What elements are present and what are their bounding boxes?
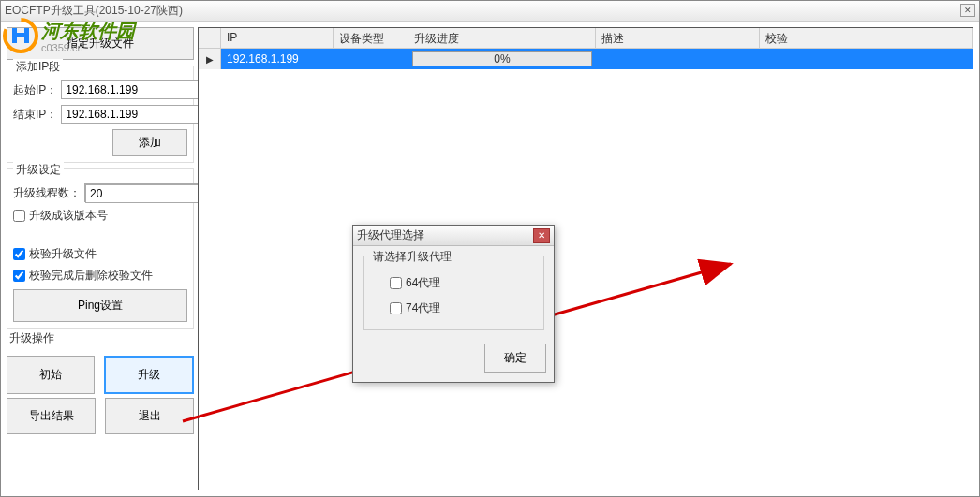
dialog-title: 升级代理选择 (357, 227, 424, 243)
progress-value: 0% (494, 52, 510, 66)
col-header-check[interactable]: 校验 (760, 28, 973, 48)
exit-button[interactable]: 退出 (105, 398, 194, 434)
operation-title: 升级操作 (7, 330, 57, 346)
start-ip-label: 起始IP： (13, 82, 57, 98)
window-close-button[interactable]: ✕ (960, 4, 975, 17)
version-checkbox-label: 升级成该版本号 (29, 208, 108, 224)
init-button[interactable]: 初始 (7, 356, 95, 394)
cell-check (760, 49, 973, 69)
table-row[interactable]: ▶ 192.168.1.199 0% (199, 49, 973, 69)
cell-progress: 0% (408, 49, 596, 69)
upgrade-button[interactable]: 升级 (104, 356, 194, 394)
version-checkbox[interactable] (13, 210, 25, 222)
cell-type (334, 49, 408, 69)
dialog-close-button[interactable]: ✕ (533, 228, 550, 243)
col-header-type[interactable]: 设备类型 (334, 28, 408, 48)
add-ip-button[interactable]: 添加 (112, 129, 187, 156)
settings-fieldset: 升级设定 升级线程数： ▲ ▼ 升级 (7, 168, 194, 329)
operation-fieldset: 升级操作 初始 升级 导出结果 退出 (7, 334, 194, 438)
left-panel: 指定升级文件 添加IP段 起始IP： 结束IP： 添加 (7, 27, 194, 490)
col-header-desc[interactable]: 描述 (596, 28, 760, 48)
proxy-64-label: 64代理 (406, 275, 440, 291)
delete-after-verify-label: 校验完成后删除校验文件 (29, 268, 153, 284)
dialog-group: 请选择升级代理 64代理 74代理 (363, 256, 544, 330)
select-upgrade-file-button[interactable]: 指定升级文件 (7, 27, 194, 60)
proxy-64-checkbox[interactable] (390, 277, 402, 289)
titlebar: EOCFTP升级工具(2015-10-27陕西) ✕ (1, 1, 979, 22)
dialog-titlebar[interactable]: 升级代理选择 ✕ (353, 226, 554, 246)
dialog-ok-button[interactable]: 确定 (484, 344, 546, 373)
col-header-ip[interactable]: IP (221, 28, 334, 48)
verify-checkbox[interactable] (13, 248, 25, 260)
window-title: EOCFTP升级工具(2015-10-27陕西) (5, 3, 183, 19)
data-grid: IP 设备类型 升级进度 描述 校验 ▶ 192.168.1.199 0% (198, 27, 973, 490)
threads-label: 升级线程数： (13, 185, 81, 201)
proxy-dialog: 升级代理选择 ✕ 请选择升级代理 64代理 74代理 确定 (352, 225, 555, 383)
col-header-progress[interactable]: 升级进度 (408, 28, 596, 48)
progress-bar: 0% (412, 51, 592, 66)
proxy-74-label: 74代理 (406, 300, 440, 316)
end-ip-label: 结束IP： (13, 107, 57, 123)
delete-after-verify-checkbox[interactable] (13, 270, 25, 282)
export-result-button[interactable]: 导出结果 (7, 398, 96, 434)
end-ip-input[interactable] (61, 105, 211, 124)
cell-desc (596, 49, 760, 69)
ip-range-title: 添加IP段 (13, 59, 63, 75)
row-indicator-icon: ▶ (199, 49, 221, 69)
cell-ip: 192.168.1.199 (221, 49, 334, 69)
ip-range-fieldset: 添加IP段 起始IP： 结束IP： 添加 (7, 66, 194, 163)
start-ip-input[interactable] (61, 80, 211, 99)
row-indicator-header (199, 28, 221, 48)
dialog-group-title: 请选择升级代理 (369, 249, 455, 265)
grid-header: IP 设备类型 升级进度 描述 校验 (199, 28, 973, 49)
proxy-74-checkbox[interactable] (390, 302, 402, 314)
ping-settings-button[interactable]: Ping设置 (13, 289, 187, 322)
settings-title: 升级设定 (13, 162, 64, 178)
verify-checkbox-label: 校验升级文件 (29, 246, 97, 262)
